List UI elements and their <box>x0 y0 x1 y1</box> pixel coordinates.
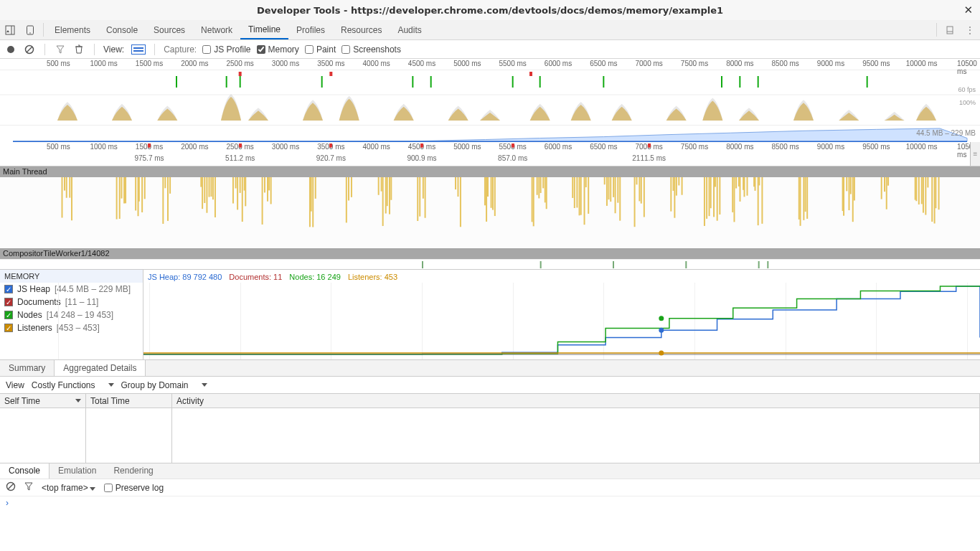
flamechart-compositor[interactable] <box>0 259 980 269</box>
svg-rect-113 <box>615 177 616 213</box>
svg-rect-49 <box>209 177 210 197</box>
filter-icon[interactable] <box>54 43 67 56</box>
svg-rect-50 <box>210 177 212 197</box>
tab-console[interactable]: Console <box>98 20 146 39</box>
svg-rect-93 <box>533 177 534 226</box>
svg-rect-126 <box>682 177 683 195</box>
svg-rect-80 <box>419 177 420 217</box>
svg-rect-27 <box>64 177 65 191</box>
tab-sources[interactable]: Sources <box>146 20 193 39</box>
tab-elements[interactable]: Elements <box>47 20 98 39</box>
memory-chart[interactable] <box>143 270 980 360</box>
svg-rect-23 <box>329 72 332 76</box>
svg-line-187 <box>8 484 14 489</box>
svg-rect-81 <box>423 177 424 199</box>
tab-network[interactable]: Network <box>193 20 240 39</box>
svg-rect-146 <box>758 177 760 185</box>
svg-rect-76 <box>387 177 388 206</box>
svg-rect-134 <box>719 177 720 215</box>
svg-rect-166 <box>918 177 920 204</box>
tick: 6000 ms <box>545 60 572 67</box>
svg-rect-127 <box>704 177 705 226</box>
close-icon[interactable]: ✕ <box>963 4 973 17</box>
console-filter-icon[interactable] <box>24 482 33 493</box>
tab-audits[interactable]: Audits <box>390 20 429 39</box>
tab-aggregated-details[interactable]: Aggregated Details <box>55 360 146 376</box>
svg-rect-97 <box>542 177 544 188</box>
flamechart-main[interactable] <box>0 177 980 248</box>
ruler-handle-icon[interactable]: ≡ <box>970 142 980 166</box>
svg-rect-110 <box>608 177 609 199</box>
svg-rect-101 <box>574 177 575 208</box>
clear-console-icon[interactable] <box>6 481 16 494</box>
svg-rect-3 <box>947 27 953 34</box>
details-group-select[interactable]: Group by Domain <box>121 380 207 390</box>
kebab-icon[interactable]: ⋮ <box>960 20 980 39</box>
svg-rect-61 <box>264 177 265 192</box>
clear-icon[interactable] <box>23 43 36 56</box>
svg-rect-172 <box>934 177 936 223</box>
svg-rect-148 <box>798 177 800 220</box>
preserve-log-checkbox[interactable]: Preserve log <box>104 483 164 493</box>
record-icon[interactable] <box>4 43 17 56</box>
svg-point-5 <box>7 46 14 53</box>
view-label: View: <box>103 44 124 55</box>
console-toolbar: <top frame> Preserve log <box>0 479 980 496</box>
timeline-toolbar: View: Capture: JS Profile Memory Paint S… <box>0 40 980 59</box>
overview-strip[interactable]: 500 ms1000 ms1500 ms2000 ms2500 ms3000 m… <box>0 59 980 142</box>
memory-legend-documents[interactable]: ✓Documents [11 – 11] <box>0 296 143 309</box>
svg-rect-116 <box>634 177 636 227</box>
svg-rect-29 <box>69 177 70 198</box>
tab-summary[interactable]: Summary <box>0 360 55 376</box>
tab-timeline[interactable]: Timeline <box>240 20 288 39</box>
tab-resources[interactable]: Resources <box>333 20 390 39</box>
svg-rect-157 <box>850 177 852 194</box>
dock-icon[interactable] <box>0 20 20 39</box>
svg-rect-66 <box>311 177 312 212</box>
tick: 9000 ms <box>817 60 844 67</box>
capture-paint[interactable]: Paint <box>305 44 336 55</box>
svg-rect-137 <box>735 177 737 189</box>
tab-profiles[interactable]: Profiles <box>288 20 333 39</box>
capture-memory[interactable]: Memory <box>257 44 299 55</box>
view-mode-toggle[interactable] <box>131 44 146 55</box>
svg-rect-40 <box>144 177 146 199</box>
memory-legend-js-heap[interactable]: ✓JS Heap [44.5 MB – 229 MB] <box>0 283 143 296</box>
svg-rect-159 <box>854 177 855 200</box>
col-total-time[interactable]: Total Time <box>86 394 172 408</box>
chevron-down-icon <box>108 383 114 387</box>
col-self-time[interactable]: Self Time <box>0 394 86 408</box>
tick: 7000 ms <box>635 60 662 67</box>
tick: 3000 ms <box>272 60 299 67</box>
svg-rect-96 <box>540 177 542 193</box>
svg-rect-179 <box>758 261 760 268</box>
col-activity[interactable]: Activity <box>172 394 980 408</box>
capture-screenshots[interactable]: Screenshots <box>341 44 401 55</box>
memory-legend-nodes[interactable]: ✓Nodes [14 248 – 19 453] <box>0 309 143 321</box>
svg-rect-28 <box>66 177 67 198</box>
svg-rect-34 <box>123 177 125 204</box>
drawer-tab-emulation[interactable]: Emulation <box>50 463 105 479</box>
flamechart-ruler[interactable]: 500 ms1000 ms1500 ms2000 ms2500 ms3000 m… <box>0 142 980 166</box>
tick: 4500 ms <box>408 60 435 67</box>
device-icon[interactable] <box>20 20 40 39</box>
drawer-toggle-icon[interactable] <box>940 20 960 39</box>
svg-rect-177 <box>613 261 614 268</box>
overview-ruler: 500 ms1000 ms1500 ms2000 ms2500 ms3000 m… <box>0 59 980 70</box>
svg-rect-160 <box>881 177 882 199</box>
window-titlebar: Developer Tools - https://developer.chro… <box>0 0 980 20</box>
svg-rect-111 <box>610 177 611 202</box>
svg-rect-89 <box>491 177 492 208</box>
svg-rect-156 <box>848 177 849 210</box>
console-context-select[interactable]: <top frame> <box>42 483 95 493</box>
tick: 1500 ms <box>136 60 163 67</box>
drawer-tab-console[interactable]: Console <box>0 463 50 479</box>
capture-label: Capture: <box>164 44 197 55</box>
tick: 9500 ms <box>862 60 890 67</box>
console-prompt[interactable]: › <box>0 496 980 512</box>
trash-icon[interactable] <box>72 43 85 56</box>
capture-jsprofile[interactable]: JS Profile <box>202 44 250 55</box>
memory-legend-listeners[interactable]: ✓Listeners [453 – 453] <box>0 321 143 334</box>
drawer-tab-rendering[interactable]: Rendering <box>105 463 161 479</box>
details-view-select[interactable]: Costly Functions <box>32 380 114 390</box>
